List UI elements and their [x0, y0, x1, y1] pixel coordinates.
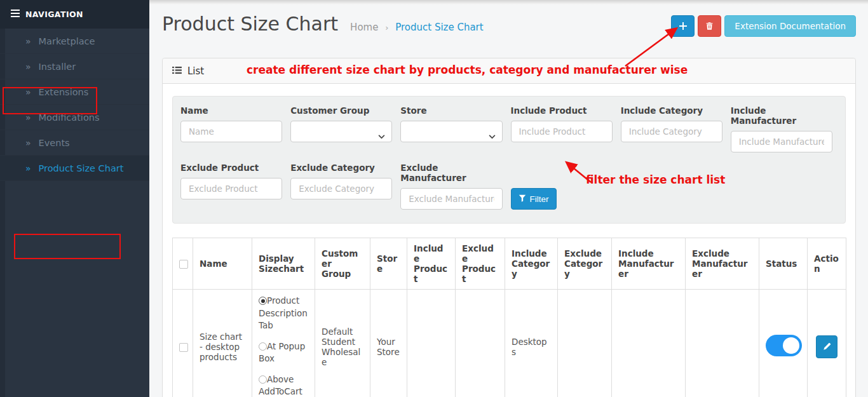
add-button[interactable]	[671, 15, 695, 37]
filter-field-include-manufacturer: Include Manufacturer	[731, 105, 832, 152]
top-shadow	[149, 0, 868, 4]
breadcrumb: Home › Product Size Chart	[350, 22, 484, 33]
exclude-product-label: Exclude Product	[180, 163, 282, 173]
store-select[interactable]	[400, 121, 502, 142]
column-header-include-category: Include Category	[505, 238, 558, 290]
radio-option-product-description-tab[interactable]: Product Description Tab	[259, 295, 308, 332]
chevron-down-icon	[378, 130, 385, 142]
cell-name: Size chart - desktop products	[193, 290, 252, 397]
sidebar-item-marketplace[interactable]: » Marketplace	[0, 29, 149, 54]
include-manufacturer-input[interactable]	[731, 131, 832, 152]
list-panel: List Name Customer Group	[162, 58, 856, 397]
double-chevron-icon: »	[25, 112, 31, 123]
column-header-exclude-manufacturer: Exclude Manufacturer	[686, 238, 759, 290]
cell-exclude-category	[558, 290, 612, 397]
sidebar-item-label: Marketplace	[39, 36, 95, 46]
double-chevron-icon: »	[25, 62, 31, 72]
cell-include-category: Desktops	[505, 290, 558, 397]
extension-documentation-button[interactable]: Extension Documentation	[724, 15, 856, 37]
customer-group-label: Customer Group	[290, 105, 392, 116]
exclude-product-input[interactable]	[180, 178, 282, 199]
breadcrumb-current[interactable]: Product Size Chart	[395, 22, 484, 33]
include-manufacturer-label: Include Manufacturer	[731, 105, 832, 126]
name-label: Name	[180, 105, 282, 116]
size-chart-table: Name Display Sizechart Customer Group St…	[172, 238, 846, 397]
filter-well: Name Customer Group Store	[172, 96, 846, 224]
annotation-filter-note: filter the size chart list	[586, 173, 725, 186]
table-row: Size chart - desktop products Product De…	[173, 290, 846, 397]
cell-action	[808, 290, 846, 397]
hamburger-icon	[11, 10, 20, 19]
sidebar-item-product-size-chart[interactable]: » Product Size Chart	[0, 156, 149, 181]
row-checkbox[interactable]	[179, 343, 188, 352]
include-category-label: Include Category	[621, 105, 722, 116]
store-label: Store	[400, 105, 502, 116]
sidebar-item-installer[interactable]: » Installer	[0, 54, 149, 79]
filter-field-store: Store	[400, 105, 502, 152]
double-chevron-icon: »	[25, 163, 31, 173]
breadcrumb-separator: ›	[385, 23, 388, 32]
name-input[interactable]	[180, 121, 282, 142]
navigation-label: NAVIGATION	[25, 10, 83, 19]
column-header-include-product: Include Product	[407, 238, 456, 290]
filter-field-customer-group: Customer Group	[290, 105, 392, 152]
radio-icon[interactable]	[259, 297, 267, 305]
edit-button[interactable]	[816, 335, 837, 358]
exclude-manufacturer-label: Exclude Manufacturer	[400, 163, 502, 183]
filter-button[interactable]: Filter	[511, 188, 557, 210]
column-header-customer-group: Customer Group	[315, 238, 370, 290]
column-header-display-sizechart: Display Sizechart	[252, 238, 315, 290]
delete-button[interactable]	[698, 15, 721, 37]
column-header-include-manufacturer: Include Manufacturer	[612, 238, 686, 290]
include-category-input[interactable]	[621, 121, 722, 142]
sidebar-navigation-header: NAVIGATION	[0, 0, 149, 29]
exclude-category-label: Exclude Category	[290, 163, 392, 173]
sidebar-item-label: Product Size Chart	[39, 163, 124, 173]
sidebar-item-label: Extensions	[39, 87, 89, 97]
panel-heading-label: List	[187, 65, 204, 77]
sidebar-item-label: Installer	[39, 62, 76, 72]
filter-button-label: Filter	[530, 194, 549, 204]
cell-customer-group: Default Student Wholesale	[315, 290, 370, 397]
double-chevron-icon: »	[25, 138, 31, 148]
double-chevron-icon: »	[25, 87, 31, 97]
exclude-manufacturer-input[interactable]	[400, 188, 502, 210]
list-icon	[172, 65, 182, 77]
include-product-input[interactable]	[511, 121, 613, 142]
annotation-create-note: create different size chart by products,…	[247, 64, 688, 76]
cell-exclude-manufacturer	[686, 290, 759, 397]
column-header-store: Store	[370, 238, 407, 290]
column-header-status: Status	[759, 238, 808, 290]
radio-option-above-addtocart[interactable]: Above AddToCart	[259, 373, 308, 397]
sidebar-item-modifications[interactable]: » Modifications	[0, 105, 149, 130]
cell-status	[759, 290, 808, 397]
sidebar-item-label: Modifications	[39, 112, 100, 123]
sidebar-item-events[interactable]: » Events	[0, 130, 149, 156]
include-product-label: Include Product	[511, 105, 613, 116]
cell-include-product	[407, 290, 456, 397]
filter-field-exclude-manufacturer: Exclude Manufacturer	[400, 163, 502, 210]
filter-field-name: Name	[180, 105, 282, 152]
cell-exclude-product	[456, 290, 505, 397]
product-size-chart-page: NAVIGATION Dashboard Catalog › Extension…	[0, 0, 868, 397]
sidebar-item-label: Events	[39, 138, 70, 148]
table-header-row: Name Display Sizechart Customer Group St…	[173, 238, 846, 290]
exclude-category-input[interactable]	[290, 178, 392, 199]
funnel-icon	[519, 194, 526, 204]
cell-store: Your Store	[370, 290, 407, 397]
sidebar-item-extensions-sub[interactable]: » Extensions	[0, 79, 149, 105]
cell-include-manufacturer	[612, 290, 686, 397]
radio-icon[interactable]	[259, 375, 267, 384]
header-buttons: Extension Documentation	[671, 15, 856, 37]
double-chevron-icon: »	[25, 36, 31, 46]
select-all-checkbox[interactable]	[179, 260, 188, 269]
main-content: Product Size Chart Home › Product Size C…	[149, 0, 868, 397]
customer-group-select[interactable]	[290, 121, 392, 142]
radio-option-at-popup-box[interactable]: At Popup Box	[259, 340, 308, 365]
column-header-exclude-category: Exclude Category	[558, 238, 612, 290]
radio-icon[interactable]	[259, 342, 267, 351]
chevron-down-icon	[489, 130, 496, 142]
breadcrumb-home[interactable]: Home	[350, 22, 378, 33]
status-toggle[interactable]	[766, 335, 802, 356]
filter-field-include-product: Include Product	[511, 105, 613, 152]
